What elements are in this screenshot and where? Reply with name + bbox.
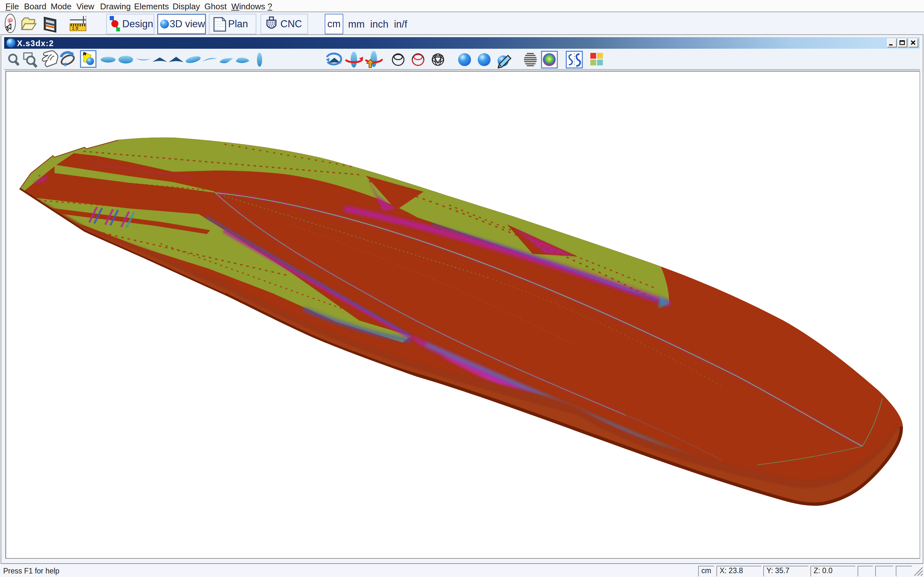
svg-text:1 0: 1 0 bbox=[72, 26, 78, 31]
